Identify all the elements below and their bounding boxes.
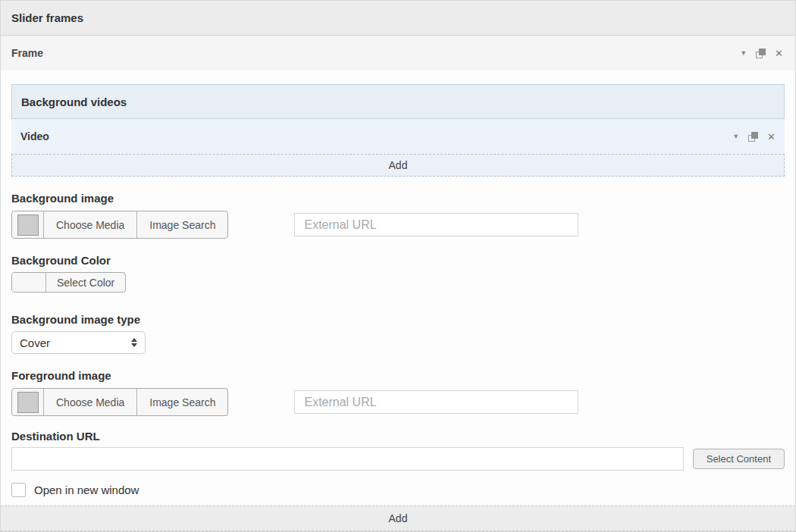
background-image-external-url-input[interactable]	[294, 213, 578, 236]
frame-form: Background videos Video ▼ ✕ Add Backgrou…	[1, 70, 795, 505]
image-swatch	[17, 214, 39, 236]
clone-icon-front	[759, 49, 766, 55]
close-icon[interactable]: ✕	[767, 132, 776, 142]
collapse-icon[interactable]: ▼	[732, 133, 739, 140]
background-image-controls: Choose Media Image Search	[11, 211, 785, 239]
select-color-button[interactable]: Select Color	[46, 273, 125, 292]
image-search-button[interactable]: Image Search	[137, 211, 227, 238]
video-item-row: Video ▼ ✕	[11, 119, 785, 154]
slider-frames-widget: Slider frames Frame ▼ ✕ Background video…	[0, 0, 796, 532]
add-video-button[interactable]: Add	[11, 154, 785, 177]
close-icon[interactable]: ✕	[775, 49, 783, 58]
select-spinner-icon	[131, 338, 137, 347]
choose-media-button[interactable]: Choose Media	[44, 389, 137, 415]
background-image-type-label: Background image type	[11, 313, 785, 326]
background-image-type-select[interactable]: Cover	[11, 331, 146, 354]
frame-controls: ▼ ✕	[740, 49, 783, 58]
image-swatch	[17, 392, 39, 413]
choose-media-button[interactable]: Choose Media	[44, 211, 137, 238]
frame-item-header: Frame ▼ ✕	[1, 36, 795, 70]
arrow-up-icon	[131, 338, 137, 342]
clone-icon[interactable]	[756, 49, 766, 58]
select-content-button[interactable]: Select Content	[693, 449, 785, 469]
background-videos-panel: Background videos Video ▼ ✕ Add	[11, 84, 785, 177]
foreground-image-label: Foreground image	[11, 369, 785, 382]
background-color-label: Background Color	[11, 254, 785, 267]
foreground-image-external-url-input[interactable]	[294, 390, 578, 414]
destination-url-label: Destination URL	[11, 430, 785, 443]
background-image-label: Background image	[11, 192, 785, 205]
frame-title: Frame	[11, 47, 43, 59]
background-videos-title: Background videos	[21, 95, 127, 108]
foreground-image-button-group: Choose Media Image Search	[11, 388, 228, 416]
video-item-controls: ▼ ✕	[732, 132, 776, 142]
destination-url-row: Select Content	[11, 447, 785, 471]
selected-option: Cover	[20, 336, 50, 349]
widget-title: Slider frames	[11, 11, 83, 24]
background-color-button-group: Select Color	[11, 272, 126, 293]
clone-icon[interactable]	[748, 132, 758, 142]
image-search-button[interactable]: Image Search	[137, 389, 227, 415]
add-frame-button[interactable]: Add	[1, 505, 795, 531]
clone-icon-front	[751, 132, 758, 139]
background-image-button-group: Choose Media Image Search	[11, 211, 228, 239]
open-new-window-label: Open in new window	[34, 483, 139, 496]
video-item-title: Video	[20, 130, 49, 142]
background-image-preview[interactable]	[12, 211, 44, 238]
open-new-window-row: Open in new window	[11, 483, 785, 497]
foreground-image-controls: Choose Media Image Search	[11, 388, 785, 416]
color-swatch[interactable]	[12, 273, 46, 292]
destination-url-input[interactable]	[11, 447, 684, 471]
collapse-icon[interactable]: ▼	[740, 50, 747, 57]
arrow-down-icon	[131, 343, 137, 347]
open-new-window-checkbox[interactable]	[11, 483, 26, 497]
widget-title-bar: Slider frames	[1, 1, 795, 36]
background-videos-header: Background videos	[11, 84, 785, 119]
foreground-image-preview[interactable]	[12, 389, 44, 415]
